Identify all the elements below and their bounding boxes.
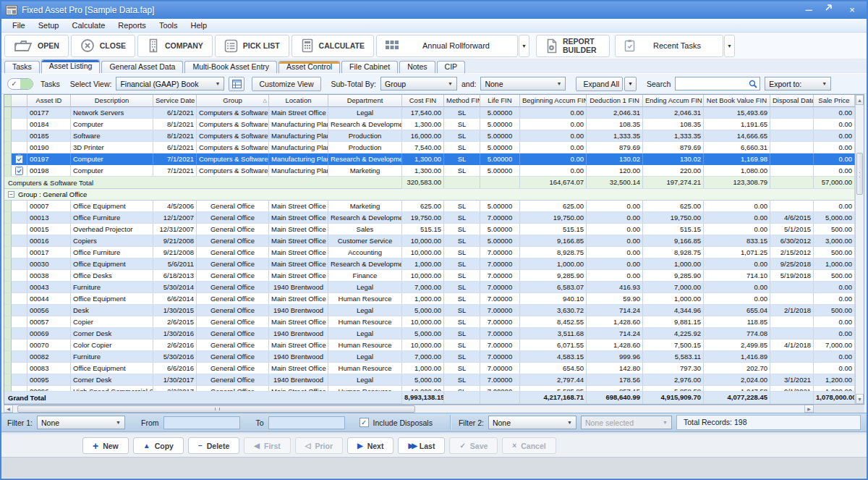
minimize-button[interactable]: ─ xyxy=(803,4,814,17)
expand-all-dropdown-arrow[interactable]: ▼ xyxy=(624,77,637,91)
horizontal-scrollbar[interactable]: ◀ ▶ xyxy=(4,405,864,413)
grid-cell-life-fin: 7.00000 xyxy=(480,212,520,224)
column-header-deduction-1-fin[interactable]: Deduction 1 FIN xyxy=(587,95,643,107)
column-header-life-fin[interactable]: Life FIN xyxy=(480,95,520,107)
to-input[interactable] xyxy=(269,417,344,429)
group-header-row[interactable]: −Group : General Office xyxy=(4,189,855,201)
and-dropdown[interactable]: None▼ xyxy=(480,77,566,90)
new-button[interactable]: +New xyxy=(82,437,129,454)
table-row[interactable]: 00198Computer7/1/2021Computers & Softwar… xyxy=(4,165,855,177)
maximize-button[interactable] xyxy=(825,4,836,17)
column-header-cost-fin[interactable]: Cost FIN xyxy=(402,95,444,107)
column-header-ending-accum-fin[interactable]: Ending Accum FIN xyxy=(643,95,704,107)
table-row[interactable]: 00177Network Servers6/1/2021Computers & … xyxy=(4,107,855,119)
rollforward-dropdown-arrow[interactable]: ▼ xyxy=(519,35,529,57)
menu-item-file[interactable]: File xyxy=(6,19,32,33)
menu-item-calculate[interactable]: Calculate xyxy=(65,19,111,33)
table-row[interactable]: 00096High Speed Commercial St2/2/2017Gen… xyxy=(4,386,855,392)
column-header-group[interactable]: Group△ xyxy=(197,95,269,107)
table-row[interactable]: 00184Computer8/1/2021Computers & Softwar… xyxy=(4,119,855,130)
scroll-up-icon[interactable]: ▲ xyxy=(856,95,864,105)
tab-asset-control[interactable]: Asset Control xyxy=(278,61,340,73)
table-row[interactable]: 00185Software8/1/2021Computers & Softwar… xyxy=(4,130,855,142)
search-input[interactable] xyxy=(676,80,749,88)
grandtotal-cell-net-book-value-fin: 4,077,228.45 xyxy=(704,392,770,404)
table-row[interactable]: 00013Office Furniture12/1/2007General Of… xyxy=(4,212,855,224)
next-button[interactable]: ▶Next xyxy=(347,437,393,454)
tab-asset-listing[interactable]: Asset Listing xyxy=(41,59,101,73)
tab-tasks[interactable]: Tasks xyxy=(4,61,40,73)
column-header-net-book-value-fin[interactable]: Net Book Value FIN xyxy=(704,95,770,107)
menu-item-setup[interactable]: Setup xyxy=(32,19,66,33)
menu-item-help[interactable]: Help xyxy=(184,19,214,33)
scroll-right-icon[interactable]: ▶ xyxy=(804,405,814,413)
scroll-down-icon[interactable]: ▼ xyxy=(856,394,864,404)
vertical-scrollbar[interactable]: ▲ ▼ xyxy=(855,95,864,404)
delete-button[interactable]: −Delete xyxy=(188,437,239,454)
subtotal-cell-life-fin xyxy=(480,177,520,189)
include-disposals-checkbox[interactable]: ✓ xyxy=(359,418,369,427)
table-row[interactable]: 001903D Printer6/1/2021Computers & Softw… xyxy=(4,142,855,153)
table-row[interactable]: 00043Furniture5/30/2014General Office194… xyxy=(4,282,855,293)
column-header-method-fin[interactable]: Method FIN xyxy=(444,95,480,107)
customize-view-button[interactable]: Customize View xyxy=(252,77,320,91)
table-row[interactable]: 00044Office Equipment6/6/2014General Off… xyxy=(4,293,855,305)
pick-list-button[interactable]: PICK LIST xyxy=(215,35,289,57)
column-header-asset-id[interactable]: Asset ID xyxy=(27,95,71,107)
close-file-button[interactable]: CLOSE xyxy=(71,35,135,57)
column-header-sale-price[interactable]: Sale Price xyxy=(814,95,855,107)
table-row[interactable]: 00197Computer7/1/2021Computers & Softwar… xyxy=(4,153,855,165)
table-row[interactable]: 00083Office Equipment6/6/2016General Off… xyxy=(4,363,855,374)
report-builder-button[interactable]: REPORT BUILDER xyxy=(536,35,610,57)
table-row[interactable]: 00057Copier2/6/2015General OfficeMain St… xyxy=(4,316,855,328)
select-view-dropdown[interactable]: Financial (GAAP) Book▼ xyxy=(116,77,224,90)
table-row[interactable]: 00056Desk1/30/2015General Office1940 Bre… xyxy=(4,305,855,316)
table-row[interactable]: 00082Furniture5/30/2016General Office194… xyxy=(4,351,855,363)
column-header-beginning-accum-fin[interactable]: Beginning Accum FIN xyxy=(520,95,587,107)
table-row[interactable]: 00007Office Equipment4/5/2006General Off… xyxy=(4,201,855,212)
column-header-location[interactable]: Location xyxy=(269,95,328,107)
column-header-department[interactable]: Department xyxy=(328,95,402,107)
table-row[interactable]: 00038Office Desks6/18/2013General Office… xyxy=(4,270,855,282)
search-icon[interactable] xyxy=(749,80,760,88)
tasks-toggle[interactable]: ✓ xyxy=(7,78,33,90)
annual-rollforward-button[interactable]: Annual Rollforward xyxy=(376,35,518,57)
menu-item-tools[interactable]: Tools xyxy=(153,19,184,33)
expand-all-button[interactable]: Expand All xyxy=(576,77,623,91)
column-header-description[interactable]: Description xyxy=(71,95,153,107)
tab-general-asset-data[interactable]: General Asset Data xyxy=(101,61,183,73)
table-row[interactable]: 00016Copiers9/21/2008General OfficeMain … xyxy=(4,235,855,247)
table-row[interactable]: 00095Corner Desk1/30/2017General Office1… xyxy=(4,374,855,386)
subtotal-by-dropdown[interactable]: Group▼ xyxy=(380,77,457,90)
grid-cell-service-date: 4/5/2006 xyxy=(153,201,197,212)
calculate-button[interactable]: CALCULATE xyxy=(292,35,374,57)
scroll-left-icon[interactable]: ◀ xyxy=(4,405,13,413)
table-row[interactable]: 00017Office Furniture9/21/2008General Of… xyxy=(4,247,855,258)
filter2-dropdown[interactable]: None▼ xyxy=(488,416,576,429)
tab-file-cabinet[interactable]: File Cabinet xyxy=(341,61,398,73)
vertical-scroll-thumb[interactable] xyxy=(856,153,863,195)
column-header-disposal-date[interactable]: Disposal Date xyxy=(770,95,814,107)
copy-button[interactable]: ▲Copy xyxy=(133,437,184,454)
export-to-dropdown[interactable]: Export to:▼ xyxy=(765,77,831,90)
close-button[interactable]: × xyxy=(846,4,858,17)
last-button[interactable]: ▶▶Last xyxy=(398,437,445,454)
recent-tasks-button[interactable]: Recent Tasks xyxy=(615,35,723,57)
from-input[interactable] xyxy=(164,417,239,429)
tab-cip[interactable]: CIP xyxy=(437,61,466,73)
table-row[interactable]: 00015Overhead Projector12/31/2007General… xyxy=(4,224,855,235)
table-row[interactable]: 00030Office Equipment5/6/2011General Off… xyxy=(4,258,855,270)
table-row[interactable]: 00070Color Copier2/6/2016General OfficeM… xyxy=(4,340,855,351)
open-button[interactable]: OPEN xyxy=(4,35,69,57)
column-header-service-date[interactable]: Service Date xyxy=(153,95,197,107)
collapse-icon[interactable]: − xyxy=(8,191,14,198)
company-button[interactable]: COMPANY xyxy=(137,35,213,57)
view-detail-button[interactable] xyxy=(229,77,244,91)
menu-item-reports[interactable]: Reports xyxy=(111,19,153,33)
tab-multi-book-asset-entry[interactable]: Multi-Book Asset Entry xyxy=(184,61,277,73)
horizontal-scroll-thumb[interactable] xyxy=(17,405,415,413)
table-row[interactable]: 00069Corner Desk1/30/2016General Office1… xyxy=(4,328,855,340)
tab-notes[interactable]: Notes xyxy=(399,61,435,73)
filter1-dropdown[interactable]: None▼ xyxy=(37,416,125,429)
recent-tasks-dropdown-arrow[interactable]: ▼ xyxy=(724,35,735,57)
